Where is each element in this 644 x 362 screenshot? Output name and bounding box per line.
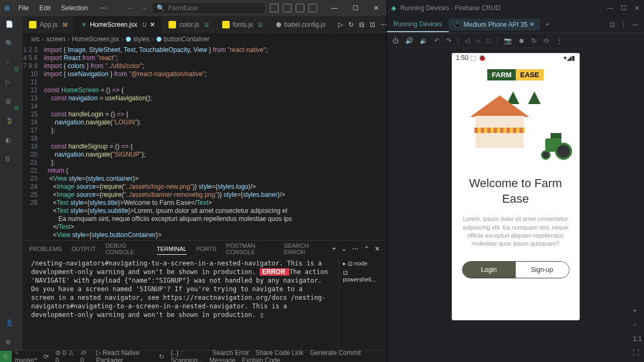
errors-count[interactable]: ⊘ 0 ⚠ 0 [52, 349, 77, 363]
menu-edit[interactable]: Edit [35, 2, 55, 14]
nav-back-icon[interactable]: ← [126, 3, 135, 13]
tab-color.js[interactable]: color.jsU [162, 16, 216, 33]
rotate-right-icon[interactable]: ↷ [446, 37, 451, 45]
layout-icon[interactable] [309, 4, 317, 12]
tab-App.js[interactable]: App.jsM [23, 16, 75, 33]
firebase-icon[interactable]: ◐ [5, 136, 17, 148]
mongodb-icon[interactable]: 🍃 [5, 117, 17, 129]
volume-up-icon[interactable]: 🔊 [405, 37, 413, 45]
record-icon[interactable]: ⏺ [518, 37, 525, 45]
explorer-icon[interactable]: 📄 [5, 20, 17, 32]
close-tab-icon[interactable]: ✕ [150, 21, 155, 28]
command-center[interactable]: 🔍 [152, 2, 266, 14]
layout-icon[interactable] [283, 4, 291, 12]
zoom-in-icon[interactable]: + [633, 307, 642, 315]
more-icon[interactable]: ⋯ [380, 21, 386, 28]
sync-icon[interactable]: ⟳ [40, 353, 52, 360]
panel-tab-ports[interactable]: PORTS [196, 243, 217, 254]
bold-icon[interactable]: B [5, 156, 17, 167]
nav-forward-icon[interactable]: → [139, 3, 148, 13]
close-panel-icon[interactable]: ✕ [375, 245, 380, 253]
source-control-icon[interactable]: ⑂ [5, 59, 17, 71]
signup-button[interactable]: Sign-up [516, 262, 569, 278]
layout-icon[interactable] [296, 4, 304, 12]
terminal-item[interactable]: ▸ ⊡ node [341, 259, 384, 268]
zoom-out-icon[interactable]: − [633, 321, 642, 329]
new-terminal-icon[interactable]: + [332, 245, 336, 253]
panel-tab-output[interactable]: OUTPUT [71, 243, 96, 254]
panel-tab-terminal[interactable]: TERMINAL [157, 243, 187, 255]
reload-icon[interactable]: ↻ [531, 37, 537, 45]
close-icon[interactable]: ✕ [370, 3, 382, 13]
vscode-logo-icon: ⊞ [4, 4, 10, 12]
app-logo: FARM EASE [487, 69, 543, 80]
maximize-icon[interactable]: ☐ [349, 3, 362, 13]
volume-down-icon[interactable]: 🔉 [420, 37, 428, 45]
terminal-item[interactable]: ⊡ powershell... [341, 268, 384, 284]
panel-tab-postman-console[interactable]: POSTMAN CONSOLE [226, 240, 274, 257]
window-icon[interactable]: ⊡ [610, 21, 615, 28]
running-devices-tab[interactable]: Running Devices [387, 17, 449, 32]
terminal-output[interactable]: /nesting-navigators#navigating-to-a-scre… [23, 257, 338, 350]
screenshot-icon[interactable]: 📷 [504, 37, 512, 45]
branch-indicator[interactable]: ⑂ master* [12, 349, 40, 363]
settings-icon[interactable]: ⛮ [543, 37, 550, 45]
rotate-left-icon[interactable]: ↶ [434, 37, 440, 45]
device-tab[interactable]: 📱 Medium Phone API 35 ✕ [449, 19, 540, 31]
packager-status[interactable]: ▷ React Native Packager [93, 349, 156, 363]
minimize-icon[interactable]: — [607, 4, 613, 12]
power-icon[interactable]: ⏻ [392, 37, 399, 45]
menu-selection[interactable]: Selection [57, 2, 92, 14]
statusbar: ⎘ ⑂ master* ⟳ ⊘ 0 ⚠ 0 ⛮ 0 ▷ React Native… [0, 350, 386, 362]
panel-tab-debug-console[interactable]: DEBUG CONSOLE [105, 240, 147, 257]
panel-tab-search-error[interactable]: SEARCH ERROR [284, 240, 323, 257]
maximize-panel-icon[interactable]: ⌃ [364, 245, 369, 253]
extensions-icon[interactable]: ⊞ [5, 98, 17, 109]
home-icon[interactable]: ○ [476, 37, 480, 45]
diff-icon[interactable]: ⊡ [370, 21, 375, 28]
tab-babel.config.js[interactable]: ⬣babel.config.js [269, 16, 333, 33]
back-icon[interactable]: ◁ [465, 37, 470, 45]
status-item[interactable]: Share Code Link [252, 349, 306, 357]
settings-icon[interactable]: ⚙ [5, 338, 17, 350]
fit-icon[interactable]: ⛶ [633, 349, 642, 357]
android-studio-icon: ◆ [391, 4, 396, 12]
breadcrumb[interactable]: src ›screen ›HomeScreen.jsx ›⬣ styles ›⬣… [23, 33, 386, 45]
scanning-status[interactable]: ↻ [156, 353, 167, 360]
tab-fonts.js[interactable]: fonts.jsU [216, 16, 269, 33]
minimap[interactable] [354, 45, 386, 240]
add-device-icon[interactable]: + [540, 21, 554, 28]
layout-icon[interactable] [270, 4, 279, 12]
run-icon[interactable]: ▷ [338, 21, 343, 28]
remote-icon[interactable]: ⎘ [0, 351, 12, 362]
account-icon[interactable]: 👤 [5, 319, 17, 331]
status-item[interactable]: Search Error [209, 349, 252, 357]
maximize-icon[interactable]: ☐ [621, 4, 627, 12]
more-icon[interactable]: ⋯ [352, 245, 358, 253]
login-button[interactable]: Login [463, 262, 516, 278]
menu-file[interactable]: File [14, 2, 33, 14]
more-icon[interactable]: ⋮ [620, 21, 627, 28]
search-input[interactable] [168, 4, 261, 12]
minimize-icon[interactable]: — [328, 3, 341, 13]
status-item[interactable]: Explain Code [239, 357, 283, 363]
chevron-down-icon[interactable]: ⌄ [341, 245, 347, 253]
zoom-ratio[interactable]: 1:1 [633, 335, 642, 343]
run-debug-icon[interactable]: ▷ [5, 78, 17, 90]
device-screen[interactable]: 1:50 ⬚ 🐞 ▾◢▮ FARM EASE ▲▲ Welcome to Far… [451, 53, 580, 321]
search-activity-icon[interactable]: 🔍 [5, 40, 17, 51]
more-menu-icon[interactable]: ⋯ [96, 2, 111, 14]
banner-image: ▲▲ [459, 85, 572, 165]
titlebar: ⊞ FileEditSelection ⋯ ← → 🔍 — ☐ ✕ [0, 0, 386, 16]
welcome-subtitle: Lorem, ipsum dolor sit amet consectetur … [459, 215, 572, 248]
tab-HomeScreen.jsx[interactable]: ⚛HomeScreen.jsxU ✕ [75, 16, 162, 33]
more-icon[interactable]: ⋮ [556, 37, 562, 45]
history-icon[interactable]: ↻ [348, 21, 354, 28]
port-count[interactable]: ⛮ 0 [77, 349, 93, 363]
code-editor[interactable]: import { Image, StyleSheet, Text, Toucha… [44, 45, 354, 240]
hide-icon[interactable]: — [632, 21, 639, 28]
close-icon[interactable]: ✕ [634, 4, 640, 12]
panel-tab-problems[interactable]: PROBLEMS [29, 243, 62, 254]
split-icon[interactable]: ⊟ [359, 21, 364, 28]
overview-icon[interactable]: □ [486, 37, 490, 45]
